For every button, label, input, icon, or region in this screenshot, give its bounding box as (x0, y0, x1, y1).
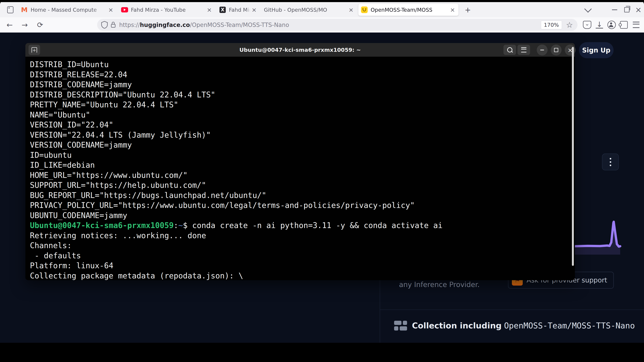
youtube-icon (121, 6, 128, 13)
tab-close-icon[interactable]: × (250, 6, 258, 13)
collection-model-name: OpenMOSS-Team/MOSS-TTS-Nano (504, 321, 635, 330)
video-frame: MHome - Massed Compute×Fahd Mirza - YouT… (0, 0, 644, 362)
terminal-line: DISTRIB_ID=Ubuntu (30, 59, 575, 70)
search-icon (507, 47, 512, 52)
terminal-line: DISTRIB_CODENAME=jammy (30, 79, 575, 90)
shield-icon[interactable] (101, 21, 108, 29)
tab-title: OpenMOSS-Team/MOSS (371, 7, 449, 13)
terminal-line: Platform: linux-64 (30, 261, 575, 271)
terminal-line: UBUNTU_CODENAME=jammy (30, 210, 575, 221)
minimize-icon (612, 9, 617, 10)
collection-prefix: Collection including (412, 321, 502, 330)
terminal-menu-button[interactable] (518, 45, 530, 55)
window-restore-button[interactable] (622, 2, 632, 17)
terminal-minimize-button[interactable] (537, 44, 548, 55)
account-icon (608, 21, 616, 29)
zoom-level-badge[interactable]: 170% (541, 21, 562, 29)
new-tab-button[interactable]: + (463, 5, 473, 14)
terminal-line: VERSION_ID="22.04" (30, 120, 575, 130)
tab-strip: MHome - Massed Compute×Fahd Mirza - YouT… (0, 2, 644, 17)
terminal-line: ID=ubuntu (30, 150, 575, 160)
browser-tab-3[interactable]: XFahd Mirza (@fahdmirza× (217, 4, 260, 16)
terminal-window: Ubuntu@0047-kci-sma6-prxmx10059: ~ + × D… (26, 43, 575, 280)
downloads-button[interactable]: ↓ (594, 19, 605, 30)
tab-title: Fahd Mirza - YouTube (131, 7, 206, 13)
terminal-line: Ubuntu@0047-kci-sma6-prxmx10059:~$ conda… (30, 220, 575, 231)
lock-icon (110, 21, 116, 29)
terminal-line: PRIVACY_POLICY_URL="https://www.ubuntu.c… (30, 200, 575, 210)
terminal-line: Retrieving notices: ...working... done (30, 231, 575, 241)
tab-title: Fahd Mirza (@fahdmirza (229, 7, 250, 13)
tab-close-icon[interactable]: × (206, 6, 213, 13)
bookmark-star-icon[interactable]: ☆ (566, 20, 573, 29)
browser-tab-1[interactable]: MHome - Massed Compute× (18, 4, 117, 16)
forward-button[interactable]: → (19, 19, 30, 30)
x-icon: X (219, 6, 226, 13)
pocket-button[interactable]: ⌄ (582, 19, 592, 30)
terminal-title: Ubuntu@0047-kci-sma6-prxmx10059: ~ (26, 43, 575, 57)
url-text: https://huggingface.co/OpenMOSS-Team/MOS… (119, 21, 541, 28)
url-path: /OpenMOSS-Team/MOSS-TTS-Nano (190, 21, 289, 28)
terminal-line: HOME_URL="https://www.ubuntu.com/" (30, 170, 575, 180)
terminal-line: DISTRIB_RELEASE=22.04 (30, 70, 575, 80)
terminal-line: - defaults (30, 251, 575, 261)
collection-grid-icon (394, 320, 407, 331)
new-terminal-tab-icon: + (32, 47, 37, 53)
terminal-line: DISTRIB_DESCRIPTION="Ubuntu 22.04.4 LTS" (30, 90, 575, 100)
extensions-button[interactable] (618, 19, 629, 30)
tab-close-icon[interactable]: × (107, 6, 114, 13)
firefox-view-button[interactable] (5, 5, 16, 15)
tab-close-icon[interactable]: × (348, 6, 354, 13)
audio-waveform-chart (574, 185, 644, 255)
massed-compute-icon: M (21, 6, 28, 13)
terminal-maximize-button[interactable] (551, 44, 562, 55)
chevron-down-icon (584, 5, 592, 12)
terminal-output[interactable]: DISTRIB_ID=UbuntuDISTRIB_RELEASE=22.04DI… (26, 57, 575, 280)
tab-title: Home - Massed Compute (30, 7, 107, 13)
terminal-line: VERSION_CODENAME=jammy (30, 140, 575, 150)
browser-chrome: MHome - Massed Compute×Fahd Mirza - YouT… (0, 2, 644, 32)
download-icon: ↓ (596, 21, 603, 28)
more-options-button[interactable] (602, 154, 619, 170)
terminal-new-tab-button[interactable]: + (28, 45, 40, 55)
list-all-tabs-button[interactable] (583, 2, 593, 17)
terminal-line: VERSION="22.04.4 LTS (Jammy Jellyfish)" (30, 130, 575, 140)
back-button[interactable]: ← (4, 19, 16, 30)
sign-up-button[interactable]: Sign Up (579, 42, 614, 58)
terminal-line: NAME="Ubuntu" (30, 110, 575, 120)
browser-tab-4[interactable]: GitHub - OpenMOSS/MO× (262, 4, 357, 16)
kebab-icon (610, 158, 611, 159)
tab-close-icon[interactable]: × (449, 6, 456, 13)
section-divider (380, 310, 644, 310)
window-minimize-button[interactable] (609, 2, 620, 17)
browser-tab-5[interactable]: OpenMOSS-Team/MOSS× (358, 4, 458, 16)
reload-button[interactable]: ⟳ (34, 19, 46, 30)
menu-icon (521, 47, 526, 52)
terminal-scrollbar[interactable] (572, 47, 574, 266)
terminal-line: Channels: (30, 240, 575, 251)
url-scheme: https:// (119, 21, 140, 28)
inference-provider-text: any Inference Provider. (399, 281, 480, 289)
app-menu-button[interactable] (631, 19, 642, 30)
firefox-view-icon (7, 6, 14, 13)
terminal-line: SUPPORT_URL="https://help.ubuntu.com/" (30, 180, 575, 190)
terminal-line: Collecting package metadata (repodata.js… (30, 271, 575, 280)
hamburger-icon (633, 22, 640, 28)
terminal-search-button[interactable] (504, 45, 516, 55)
maximize-icon (554, 48, 558, 52)
terminal-close-button[interactable]: × (565, 44, 576, 55)
url-bar[interactable]: https://huggingface.co/OpenMOSS-Team/MOS… (97, 19, 578, 31)
navigation-toolbar: ← → ⟳ https://huggingface.co/OpenMOSS-Te… (0, 17, 644, 33)
terminal-line: BUG_REPORT_URL="https://bugs.launchpad.n… (30, 190, 575, 200)
browser-tab-2[interactable]: Fahd Mirza - YouTube× (119, 4, 215, 16)
terminal-titlebar[interactable]: Ubuntu@0047-kci-sma6-prxmx10059: ~ + × (26, 43, 575, 57)
url-host: huggingface.co (140, 21, 190, 28)
tab-title: GitHub - OpenMOSS/MO (264, 7, 348, 13)
collection-link[interactable]: Collection including OpenMOSS-Team/MOSS-… (394, 320, 635, 331)
window-close-button[interactable]: × (633, 2, 644, 17)
account-button[interactable] (606, 19, 617, 30)
huggingface-icon (361, 6, 368, 13)
terminal-line: ID_LIKE=debian (30, 160, 575, 170)
terminal-line: PRETTY_NAME="Ubuntu 22.04.4 LTS" (30, 100, 575, 110)
pocket-icon: ⌄ (583, 21, 591, 29)
